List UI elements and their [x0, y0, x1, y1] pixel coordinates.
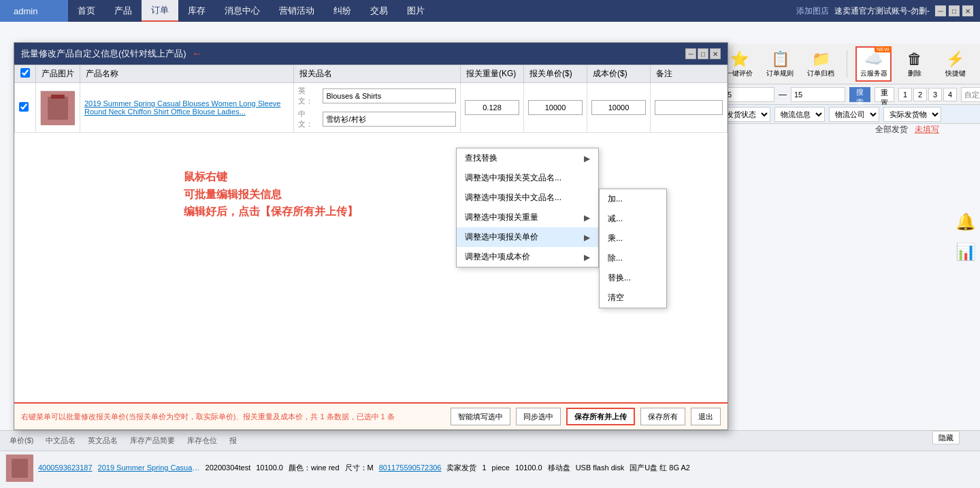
- sub-menu: 加... 减... 乘... 除... 替换... 清空: [599, 189, 667, 308]
- ctx-adjust-cost[interactable]: 调整选中项成本价 ▶: [457, 247, 598, 267]
- col-check: [15, 65, 36, 83]
- nav-image[interactable]: 图片: [397, 0, 434, 22]
- nav-message[interactable]: 消息中心: [215, 0, 270, 22]
- ctx-find-replace[interactable]: 查找替换 ▶: [457, 148, 598, 168]
- cost-price-input[interactable]: [591, 100, 646, 115]
- exit-button[interactable]: 退出: [691, 408, 721, 425]
- actual-delivery-filter[interactable]: 实际发货物: [883, 107, 941, 122]
- toolbar-delete-button[interactable]: 🗑 删除: [897, 46, 932, 82]
- col-image: 产品图片: [36, 65, 80, 83]
- ctx-adjust-cost-label: 调整选中项成本价: [465, 251, 530, 263]
- second-toolbar: — 搜索 重置 1 2 3 4 1 / 1: [715, 84, 980, 105]
- reset-button[interactable]: 重置: [875, 87, 894, 102]
- toolbar-archive-button[interactable]: 📁 订单归档: [803, 46, 838, 82]
- review-icon: ⭐: [730, 50, 749, 68]
- archive-icon: 📁: [812, 50, 830, 68]
- hide-button[interactable]: 隐藏: [932, 431, 960, 444]
- bottom-zh-name: 移动盘: [548, 463, 570, 473]
- svg-rect-4: [12, 459, 28, 478]
- nav-marketing[interactable]: 营销活动: [270, 0, 324, 22]
- smart-fill-button[interactable]: 智能填写选中: [451, 408, 510, 425]
- bottom-col-zh-name: 中文品名: [42, 436, 80, 446]
- save-upload-button[interactable]: 保存所有并上传: [566, 408, 635, 425]
- sub-divide[interactable]: 除...: [600, 248, 666, 268]
- row-customs-name: 英文： 中文：: [294, 83, 461, 133]
- row-product-name: 2019 Summer Spring Casual Blouses Women …: [80, 83, 294, 133]
- close-button[interactable]: ✕: [962, 5, 973, 16]
- unit-price-input[interactable]: [528, 100, 583, 115]
- dialog-minimize[interactable]: ─: [685, 48, 696, 59]
- store-name: 速卖通官方测试账号-勿删-: [834, 5, 930, 17]
- logistics-info-filter[interactable]: 物流信息: [774, 107, 825, 122]
- bottom-logistics-no[interactable]: 801175590572306: [379, 463, 442, 472]
- alarm-icon[interactable]: 🔔: [956, 212, 976, 231]
- weight-input[interactable]: [465, 100, 519, 115]
- maximize-button[interactable]: □: [949, 5, 960, 16]
- customs-name-en-row: 英文：: [298, 86, 456, 106]
- annotation-text: 鼠标右键 可批量编辑报关信息 编辑好后，点击【保存所有并上传】: [184, 168, 358, 221]
- bottom-price: 10100.0: [256, 463, 283, 472]
- search-button[interactable]: 搜索: [849, 87, 870, 102]
- date-to-input[interactable]: [791, 87, 845, 102]
- new-badge: NEW: [875, 46, 892, 52]
- sub-replace[interactable]: 替换...: [600, 268, 666, 288]
- delivery-unfilled-label[interactable]: 未填写: [915, 124, 939, 135]
- row-check[interactable]: [15, 83, 36, 133]
- dialog-close[interactable]: ✕: [710, 48, 721, 59]
- bottom-col-report: 报: [225, 436, 241, 446]
- delete-icon: 🗑: [907, 50, 922, 68]
- date-from-input[interactable]: [720, 87, 774, 102]
- dialog-table: 产品图片 产品名称 报关品名 报关重量(KG) 报关单价($) 成本价($) 备…: [14, 65, 728, 133]
- minimize-button[interactable]: ─: [935, 5, 946, 16]
- sub-subtract[interactable]: 减...: [600, 209, 666, 229]
- logistics-company-filter[interactable]: 物流公司: [829, 107, 879, 122]
- ctx-arrow-5: ▶: [584, 253, 590, 262]
- nav-product[interactable]: 产品: [105, 0, 142, 22]
- bottom-order-id[interactable]: 4000593623187: [38, 463, 93, 472]
- context-menu: 查找替换 ▶ 调整选中项报关英文品名... 调整选中项报关中文品名... 调整选…: [456, 148, 599, 267]
- annotation-line3: 编辑好后，点击【保存所有并上传】: [184, 203, 358, 221]
- page-2-button[interactable]: 2: [913, 88, 927, 101]
- annotation-line1: 鼠标右键: [184, 168, 358, 186]
- customs-name-en-input[interactable]: [323, 88, 456, 103]
- en-label: 英文：: [298, 86, 320, 106]
- sub-add[interactable]: 加...: [600, 189, 666, 209]
- page-4-button[interactable]: 4: [943, 88, 957, 101]
- bottom-color: 颜色：wine red: [289, 463, 340, 473]
- nav-stock[interactable]: 库存: [178, 0, 215, 22]
- page-3-button[interactable]: 3: [928, 88, 942, 101]
- select-all-checkbox[interactable]: [20, 68, 30, 78]
- sub-multiply[interactable]: 乘...: [600, 229, 666, 248]
- ctx-adjust-en-name[interactable]: 调整选中项报关英文品名...: [457, 168, 598, 188]
- product-link[interactable]: 2019 Summer Spring Casual Blouses Women …: [84, 99, 280, 116]
- bottom-unit: piece: [492, 463, 510, 472]
- ctx-adjust-unit-price[interactable]: 调整选中项报关单价 ▶: [457, 227, 598, 247]
- row-remark[interactable]: [650, 83, 727, 133]
- chart-icon[interactable]: 📊: [956, 242, 976, 261]
- ctx-arrow-0: ▶: [584, 154, 590, 163]
- customs-name-zh-input[interactable]: [323, 112, 456, 127]
- add-store-button[interactable]: 添加图店: [796, 5, 829, 17]
- nav-order[interactable]: 订单: [142, 0, 178, 22]
- row-weight[interactable]: [460, 83, 523, 133]
- toolbar-cloud-server-button[interactable]: NEW ☁️ 云服务器: [855, 46, 891, 82]
- toolbar-order-rules-button[interactable]: 📋 订单规则: [762, 46, 798, 82]
- sub-clear[interactable]: 清空: [600, 288, 666, 308]
- row-checkbox[interactable]: [19, 102, 29, 112]
- page-1-button[interactable]: 1: [898, 88, 912, 101]
- bottom-quantity: 1: [482, 463, 486, 472]
- save-all-button[interactable]: 保存所有: [640, 408, 685, 425]
- nav-home[interactable]: 首页: [68, 0, 105, 22]
- bottom-product-name[interactable]: 2019 Summer Spring Casual Blouses Women …: [98, 463, 200, 472]
- nav-dispute[interactable]: 纠纷: [324, 0, 361, 22]
- ctx-adjust-weight[interactable]: 调整选中项报关重量 ▶: [457, 208, 598, 227]
- row-unit-price[interactable]: [523, 83, 587, 133]
- row-cost-price[interactable]: [587, 83, 650, 133]
- ctx-adjust-zh-name[interactable]: 调整选中项报关中文品名...: [457, 188, 598, 208]
- sync-selected-button[interactable]: 同步选中: [516, 408, 561, 425]
- dialog-maximize[interactable]: □: [698, 48, 708, 59]
- window-controls: ─ □ ✕: [935, 5, 973, 16]
- nav-trade[interactable]: 交易: [361, 0, 397, 22]
- top-bar-right: 添加图店 速卖通官方测试账号-勿删- ─ □ ✕: [796, 5, 980, 17]
- remark-input[interactable]: [655, 100, 723, 115]
